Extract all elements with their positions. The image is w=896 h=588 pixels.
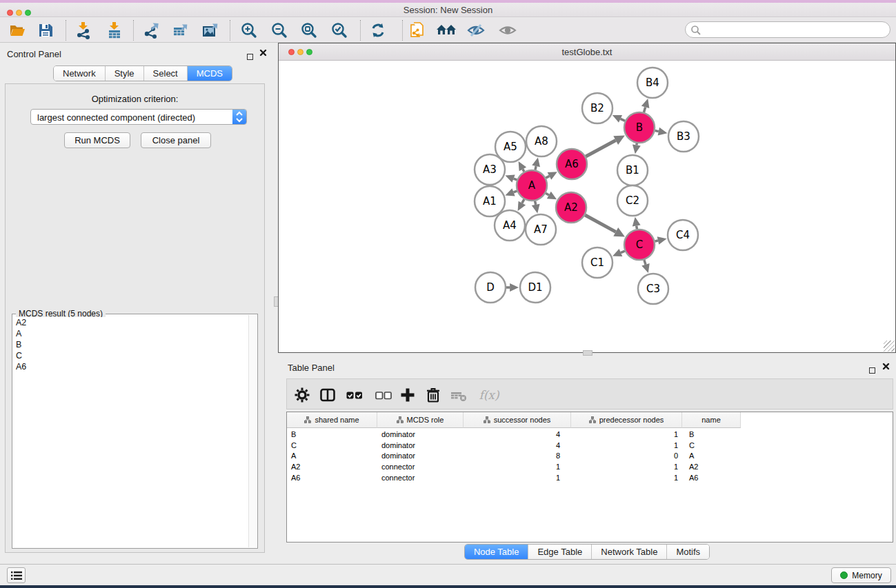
graph-node-C4[interactable]: C4 [668, 220, 698, 250]
graph-node-A[interactable]: A [517, 170, 547, 201]
tab-mcds[interactable]: MCDS [187, 66, 232, 81]
graph-node-D1[interactable]: D1 [520, 272, 550, 303]
table-cell[interactable]: 0 [571, 451, 682, 462]
column-header-name[interactable]: name [682, 412, 741, 428]
zoom-fit-button[interactable] [299, 21, 319, 40]
refresh-button[interactable] [368, 21, 388, 40]
table-close-panel-button[interactable] [882, 363, 890, 370]
graph-edge-C-C1[interactable] [621, 251, 625, 253]
save-session-button[interactable] [35, 21, 56, 40]
zoom-out-button[interactable] [269, 21, 290, 40]
tab-network[interactable]: Network [54, 66, 105, 81]
table-cell[interactable]: dominator [377, 451, 464, 462]
graph-node-B3[interactable]: B3 [668, 121, 699, 152]
column-header-successor-nodes[interactable]: successor nodes [464, 412, 571, 428]
memory-button[interactable]: Memory [831, 567, 891, 583]
mcds-result-list[interactable]: A2ABCA6 [13, 317, 248, 547]
tab-style[interactable]: Style [105, 66, 143, 81]
graph-edge-A-A5[interactable] [523, 169, 524, 172]
table-cell[interactable]: 1 [464, 462, 571, 473]
table-cell[interactable]: A6 [287, 473, 377, 484]
bottom-splitter-handle[interactable] [583, 350, 593, 356]
close-panel-button[interactable] [259, 49, 267, 57]
graph-node-A6[interactable]: A6 [557, 149, 587, 179]
import-table-button[interactable] [104, 21, 125, 40]
graph-edge-B-B4[interactable] [644, 107, 645, 112]
table-cell[interactable]: dominator [377, 440, 464, 452]
table-row[interactable]: A6connector11A6 [287, 473, 893, 484]
tab-node-table[interactable]: Node Table [465, 545, 528, 559]
graph-edge-B-B2[interactable] [621, 119, 626, 121]
table-cell[interactable]: A [287, 451, 377, 462]
graph-node-A3[interactable]: A3 [475, 154, 505, 185]
mcds-result-item[interactable]: A6 [13, 361, 248, 372]
delete-table-button[interactable] [448, 385, 469, 405]
mcds-result-item[interactable]: A [13, 328, 248, 339]
table-row[interactable]: Adominator80A [287, 451, 893, 462]
graph-edge-A-A8[interactable] [535, 166, 536, 170]
graph-node-B1[interactable]: B1 [617, 155, 648, 185]
table-cell[interactable]: connector [377, 462, 464, 473]
tab-edge-table[interactable]: Edge Table [528, 545, 591, 559]
graph-edge-A-A6[interactable] [546, 176, 549, 178]
table-cell[interactable]: A2 [682, 462, 741, 473]
table-cell[interactable]: B [682, 429, 741, 440]
show-panel-list-button[interactable] [7, 567, 26, 583]
export-image-button[interactable] [200, 21, 221, 40]
graph-node-B2[interactable]: B2 [582, 93, 613, 123]
tab-network-table[interactable]: Network Table [591, 545, 666, 559]
graph-node-A7[interactable]: A7 [526, 214, 556, 245]
graph-node-A2[interactable]: A2 [556, 192, 586, 223]
node-table[interactable]: shared nameMCDS rolesuccessor nodesprede… [286, 412, 893, 543]
table-cell[interactable]: A2 [287, 462, 377, 473]
table-row[interactable]: A2connector11A2 [287, 462, 893, 473]
window-resize-grip[interactable] [884, 341, 895, 352]
mcds-result-item[interactable]: B [13, 339, 248, 350]
table-cell[interactable]: 1 [571, 440, 682, 452]
graph-edge-A-A2[interactable] [546, 193, 549, 195]
column-header-predecessor-nodes[interactable]: predecessor nodes [571, 412, 682, 428]
deselect-all-columns-button[interactable] [373, 385, 394, 405]
table-cell[interactable]: 8 [464, 451, 571, 462]
column-header-shared-name[interactable]: shared name [287, 412, 377, 428]
table-float-panel-button[interactable] [869, 364, 875, 376]
graph-edge-A2-C[interactable] [585, 215, 616, 232]
table-cell[interactable]: 1 [571, 462, 682, 473]
first-steps-button[interactable] [436, 21, 457, 40]
table-cell[interactable]: 1 [464, 473, 571, 484]
show-panels-eye-button[interactable] [497, 21, 518, 40]
table-settings-button[interactable] [292, 385, 312, 405]
graph-node-C[interactable]: C [624, 230, 655, 260]
table-cell[interactable]: C [682, 440, 741, 452]
graph-edge-A-A1[interactable] [514, 191, 517, 192]
import-network-button[interactable] [73, 21, 94, 40]
graph-node-B4[interactable]: B4 [637, 68, 668, 98]
graph-node-C3[interactable]: C3 [638, 274, 668, 304]
table-cell[interactable]: A [682, 451, 741, 462]
select-all-columns-button[interactable] [344, 385, 365, 405]
search-input[interactable] [704, 23, 886, 37]
zoom-in-button[interactable] [239, 21, 259, 40]
search-field[interactable] [685, 21, 890, 38]
table-cell[interactable]: A6 [682, 473, 741, 484]
close-panel-button-mcds[interactable]: Close panel [141, 132, 211, 148]
run-mcds-button[interactable]: Run MCDS [64, 132, 130, 148]
create-column-button[interactable] [397, 385, 418, 405]
export-network-button[interactable] [141, 21, 161, 40]
tab-motifs[interactable]: Motifs [666, 545, 709, 559]
hide-panels-button[interactable] [466, 21, 486, 40]
float-panel-button[interactable] [247, 50, 253, 63]
graph-node-D[interactable]: D [475, 272, 506, 303]
graph-node-A1[interactable]: A1 [475, 186, 505, 216]
network-canvas[interactable]: B4B2BB3A8A5A6A3B1AA1C2A2A4A7C4CC1C3DD1 [279, 61, 895, 352]
zoom-selected-button[interactable] [329, 21, 350, 40]
graph-edge-C-C4[interactable] [655, 241, 658, 241]
graph-node-B[interactable]: B [624, 112, 655, 143]
graph-edge-A6-B[interactable] [586, 141, 615, 157]
mcds-result-item[interactable]: C [13, 350, 248, 361]
table-cell[interactable]: 1 [571, 429, 682, 440]
export-table-button[interactable] [170, 21, 191, 40]
table-row[interactable]: Cdominator41C [287, 440, 893, 452]
graph-node-A8[interactable]: A8 [526, 126, 557, 156]
graph-node-C2[interactable]: C2 [617, 185, 648, 216]
